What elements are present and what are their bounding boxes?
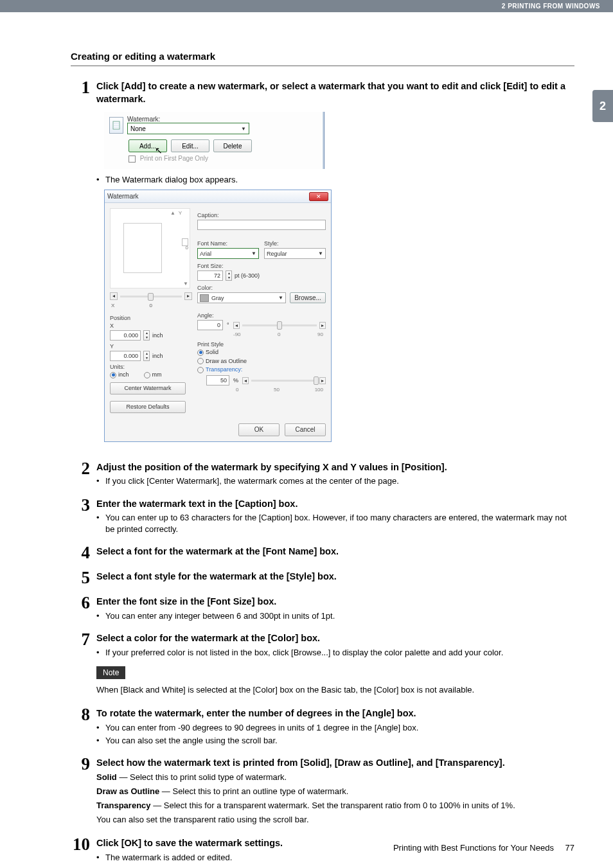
- delete-button[interactable]: Delete: [213, 139, 252, 152]
- chevron-down-icon: ▼: [318, 251, 323, 256]
- step-1-note: The Watermark dialog box appears.: [105, 174, 238, 186]
- transparency-term: Transparency: [96, 801, 151, 810]
- unit-inch-radio[interactable]: [110, 372, 116, 378]
- step-4: 4 Select a font for the watermark at the…: [71, 544, 574, 562]
- step-bullet: The watermark is added or edited.: [105, 852, 232, 864]
- watermark-panel-screenshot: Watermark: None ▼ Add... ↖ Edit... Delet…: [104, 112, 323, 169]
- color-dropdown[interactable]: Gray ▼: [197, 292, 286, 303]
- angle-input[interactable]: 0: [197, 320, 223, 330]
- step-heading: To rotate the watermark, enter the numbe…: [96, 707, 574, 720]
- units-label: Units:: [110, 364, 192, 370]
- close-button[interactable]: ✕: [309, 192, 328, 201]
- trans-100: 100: [315, 387, 323, 393]
- trans-0: 0: [236, 387, 238, 393]
- restore-defaults-button[interactable]: Restore Defaults: [110, 401, 186, 413]
- step-9: 9 Select how the watermark text is print…: [71, 756, 574, 828]
- chevron-down-icon: ▼: [241, 126, 246, 132]
- step-bullet: You can enter up to 63 characters for th…: [105, 512, 574, 535]
- page-content: Creating or editing a watermark 1 Click …: [0, 12, 613, 865]
- unit-inch-label: inch: [118, 371, 129, 378]
- browse-button[interactable]: Browse...: [290, 292, 326, 303]
- axis-zero-label: 0: [186, 245, 188, 251]
- horizontal-slider[interactable]: ◂ ▸: [110, 291, 192, 301]
- step-7: 7 Select a color for the watermark at th…: [71, 631, 574, 698]
- chevron-down-icon: ▼: [251, 251, 256, 256]
- step-heading: Select how the watermark text is printed…: [96, 757, 574, 770]
- solid-term: Solid: [96, 772, 117, 782]
- slider-thumb[interactable]: [277, 321, 282, 330]
- step-bullet: You can enter any integer between 6 and …: [105, 610, 335, 622]
- page-footer: Printing with Best Functions for Your Ne…: [393, 843, 574, 853]
- pos-x-input[interactable]: 0.000: [110, 330, 141, 341]
- style-label: Style:: [264, 240, 326, 247]
- slider-thumb[interactable]: [148, 293, 154, 301]
- position-label: Position: [110, 315, 192, 321]
- watermark-dropdown[interactable]: None ▼: [127, 123, 249, 134]
- slider-right-icon[interactable]: ▸: [184, 292, 192, 300]
- step-bullet: You can enter from -90 degrees to 90 deg…: [105, 722, 418, 734]
- angle-max: 90: [317, 332, 323, 337]
- add-button[interactable]: Add... ↖: [129, 139, 167, 152]
- first-page-checkbox[interactable]: [129, 155, 136, 163]
- step-number: 9: [71, 756, 96, 773]
- chevron-down-icon: ▼: [278, 295, 283, 301]
- outline-radio[interactable]: [197, 358, 204, 364]
- fontsize-input[interactable]: 72: [197, 270, 223, 281]
- chapter-tab: 2: [592, 90, 613, 122]
- preview-page: [123, 223, 162, 273]
- first-page-label: Print on First Page Only: [140, 155, 208, 162]
- pos-y-input[interactable]: 0.000: [110, 351, 141, 361]
- fontname-value: Arial: [200, 251, 211, 257]
- step-heading: Click [Add] to create a new watermark, o…: [96, 80, 574, 105]
- solid-label: Solid: [206, 349, 218, 355]
- unit-mm-radio[interactable]: [144, 372, 150, 378]
- style-dropdown[interactable]: Regular ▼: [264, 248, 326, 259]
- caption-input[interactable]: [197, 220, 326, 230]
- step-5: 5 Select a font style for the watermark …: [71, 569, 574, 587]
- angle-label: Angle:: [197, 312, 326, 319]
- slider-left-icon[interactable]: ◂: [233, 322, 240, 329]
- transparency-radio[interactable]: [197, 367, 204, 373]
- cancel-button[interactable]: Cancel: [285, 423, 326, 436]
- xy-zero-label: 0: [149, 303, 152, 308]
- step-heading: Select a font for the watermark at the […: [96, 545, 574, 558]
- transparency-desc: — Select this for a transparent watermar…: [151, 801, 515, 810]
- ok-button[interactable]: OK: [238, 423, 280, 436]
- angle-slider[interactable]: ◂ ▸: [233, 322, 326, 329]
- slider-right-icon[interactable]: ▸: [319, 377, 326, 384]
- slider-right-icon[interactable]: ▸: [319, 322, 326, 329]
- transparency-slider[interactable]: ◂ ▸: [242, 377, 326, 384]
- edit-button[interactable]: Edit...: [171, 139, 209, 152]
- slider-left-icon[interactable]: ◂: [110, 292, 118, 300]
- step-number: 7: [71, 631, 96, 648]
- add-button-label: Add...: [139, 143, 156, 150]
- note-text: When [Black and White] is selected at th…: [96, 684, 574, 696]
- axis-arrow-down-icon: ▼: [183, 281, 188, 287]
- fontsize-spinner[interactable]: ▴▾: [226, 270, 232, 281]
- header-breadcrumb: 2 PRINTING FROM WINDOWS: [0, 0, 613, 12]
- document-icon: [109, 117, 123, 134]
- solid-radio[interactable]: [197, 350, 204, 356]
- watermark-dialog-screenshot: Watermark ✕ ▲ Y 0 ▼: [104, 190, 332, 442]
- step-8: 8 To rotate the watermark, enter the num…: [71, 706, 574, 748]
- angle-degree-label: °: [227, 322, 229, 328]
- style-value: Regular: [267, 251, 287, 257]
- pos-x-spinner[interactable]: ▴▾: [143, 330, 150, 341]
- pos-x-unit: inch: [152, 332, 163, 339]
- xy-x-label: X: [111, 303, 114, 308]
- dialog-titlebar: Watermark ✕: [105, 190, 331, 203]
- step-number: 1: [71, 79, 96, 96]
- edit-button-label: Edit...: [182, 143, 199, 150]
- step-number: 3: [71, 497, 96, 514]
- step-number: 4: [71, 544, 96, 562]
- center-watermark-button[interactable]: Center Watermark: [110, 382, 186, 394]
- slider-left-icon[interactable]: ◂: [242, 377, 249, 384]
- pos-y-spinner[interactable]: ▴▾: [143, 351, 150, 361]
- step-heading: Enter the watermark text in the [Caption…: [96, 498, 574, 511]
- angle-mid: 0: [278, 332, 280, 337]
- fontname-dropdown[interactable]: Arial ▼: [197, 248, 259, 259]
- printstyle-label: Print Style: [197, 341, 326, 348]
- transparency-input[interactable]: 50: [206, 375, 229, 385]
- pos-y-unit: inch: [152, 353, 163, 359]
- slider-thumb[interactable]: [314, 376, 319, 385]
